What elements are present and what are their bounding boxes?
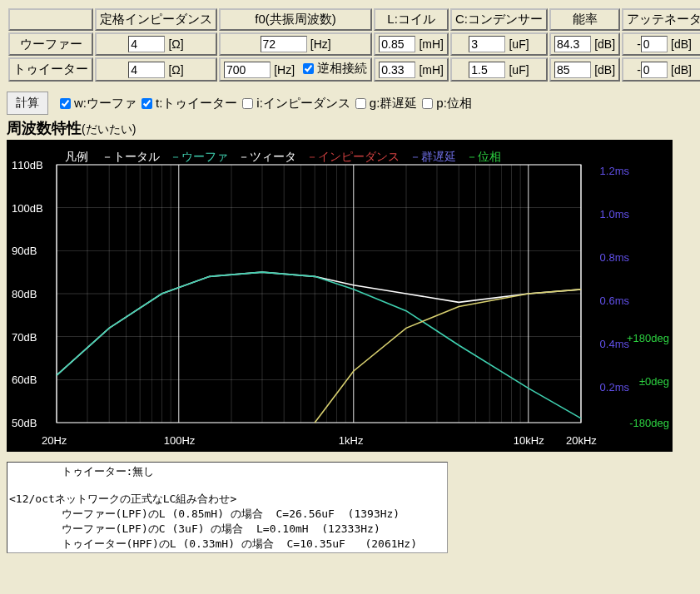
x-tick: 20Hz bbox=[42, 434, 67, 447]
legend-item: －インピーダンス bbox=[306, 150, 400, 163]
parameter-table: 定格インピーダンス f0(共振周波数) L:コイル C:コンデンサー 能率 アッ… bbox=[7, 7, 700, 83]
section-title: 周波数特性(だいたい) bbox=[7, 118, 693, 138]
y-left-tick: 80dB bbox=[12, 288, 37, 300]
coil-input[interactable] bbox=[379, 36, 415, 52]
efficiency-input[interactable] bbox=[554, 36, 591, 52]
section-title-sub: (だいたい) bbox=[82, 122, 136, 136]
check-g[interactable]: g:群遅延 bbox=[350, 96, 418, 111]
f0-input[interactable] bbox=[224, 62, 271, 78]
check-t-box[interactable] bbox=[141, 98, 152, 109]
header-coil: L:コイル bbox=[374, 8, 449, 31]
check-p-box[interactable] bbox=[422, 98, 433, 109]
efficiency-unit: [dB] bbox=[594, 63, 615, 77]
y-right-ms-tick: 1.2ms bbox=[600, 165, 629, 177]
section-title-main: 周波数特性 bbox=[7, 120, 82, 136]
row-name: トゥイーター bbox=[8, 57, 93, 82]
legend-item: －トータル bbox=[102, 150, 160, 163]
x-tick: 20kHz bbox=[566, 434, 597, 447]
y-right-ms-tick: 0.2ms bbox=[600, 381, 629, 394]
coil-input[interactable] bbox=[379, 62, 415, 78]
header-capacitor: C:コンデンサー bbox=[450, 8, 548, 31]
legend-label: 凡例 bbox=[65, 150, 88, 163]
check-w[interactable]: w:ウーファ bbox=[55, 96, 137, 111]
frequency-response-chart: 凡例 －トータル－ウーファ－ツィータ－インピーダンス－群遅延－位相 110dB1… bbox=[7, 140, 673, 452]
impedance-unit: [Ω] bbox=[168, 37, 183, 51]
coil-unit: [mH] bbox=[419, 63, 444, 77]
y-right-ms-tick: 0.4ms bbox=[600, 338, 629, 350]
header-f0: f0(共振周波数) bbox=[219, 8, 372, 31]
y-left-tick: 50dB bbox=[12, 417, 37, 429]
y-right-deg-tick: -180deg bbox=[629, 417, 669, 429]
capacitor-input[interactable] bbox=[469, 62, 505, 78]
legend-item: －ウーファ bbox=[170, 150, 228, 163]
check-w-box[interactable] bbox=[60, 98, 71, 109]
efficiency-input[interactable] bbox=[554, 62, 591, 78]
capacitor-unit: [uF] bbox=[509, 37, 529, 51]
atten-input[interactable] bbox=[641, 62, 668, 78]
impedance-input[interactable] bbox=[128, 62, 165, 78]
legend-item: －群遅延 bbox=[410, 150, 456, 163]
check-g-box[interactable] bbox=[355, 98, 366, 109]
capacitor-unit: [uF] bbox=[509, 63, 529, 77]
atten-unit: [dB] bbox=[671, 63, 692, 77]
x-tick: 10kHz bbox=[514, 434, 544, 447]
check-i[interactable]: i:インピーダンス bbox=[237, 96, 350, 111]
atten-unit: [dB] bbox=[671, 37, 692, 51]
check-i-box[interactable] bbox=[242, 98, 253, 109]
x-tick: 1kHz bbox=[339, 434, 364, 447]
reverse-phase-checkbox[interactable] bbox=[303, 63, 314, 74]
param-row-1: トゥイーター [Ω] [Hz] 逆相接続 [mH] [uF] [dB]- [dB… bbox=[8, 57, 700, 82]
f0-unit: [Hz] bbox=[310, 37, 331, 51]
y-right-deg-tick: +180deg bbox=[627, 332, 669, 344]
impedance-input[interactable] bbox=[128, 36, 165, 52]
y-left-tick: 70dB bbox=[12, 331, 37, 344]
header-blank bbox=[8, 8, 93, 31]
param-row-0: ウーファー [Ω] [Hz] [mH] [uF] [dB]- [dB] bbox=[8, 32, 700, 56]
header-attenuator: アッテネータ bbox=[622, 8, 700, 31]
header-row: 定格インピーダンス f0(共振周波数) L:コイル C:コンデンサー 能率 アッ… bbox=[8, 8, 700, 31]
f0-unit: [Hz] bbox=[274, 63, 295, 77]
controls-row: 計算 w:ウーファt:トゥイーターi:インピーダンスg:群遅延p:位相 bbox=[7, 92, 693, 115]
coil-unit: [mH] bbox=[419, 37, 444, 51]
y-left-tick: 100dB bbox=[12, 202, 43, 215]
atten-input[interactable] bbox=[641, 36, 668, 52]
y-right-deg-tick: ±0deg bbox=[639, 375, 669, 388]
header-efficiency: 能率 bbox=[549, 8, 620, 31]
y-left-tick: 60dB bbox=[12, 374, 37, 386]
x-tick: 100Hz bbox=[164, 434, 196, 447]
reverse-phase-label[interactable]: 逆相接続 bbox=[298, 61, 367, 77]
capacitor-input[interactable] bbox=[469, 36, 505, 52]
row-name: ウーファー bbox=[8, 32, 93, 56]
efficiency-unit: [dB] bbox=[594, 37, 615, 51]
check-t[interactable]: t:トゥイーター bbox=[137, 96, 237, 111]
calc-button[interactable]: 計算 bbox=[7, 92, 48, 115]
results-textarea[interactable] bbox=[7, 462, 448, 553]
header-impedance: 定格インピーダンス bbox=[95, 8, 217, 31]
legend-item: －ツィータ bbox=[238, 150, 296, 163]
impedance-unit: [Ω] bbox=[168, 63, 183, 77]
chart-legend: 凡例 －トータル－ウーファ－ツィータ－インピーダンス－群遅延－位相 bbox=[65, 150, 521, 165]
y-left-tick: 110dB bbox=[12, 159, 43, 171]
check-p[interactable]: p:位相 bbox=[417, 96, 472, 111]
y-right-ms-tick: 0.6ms bbox=[600, 295, 629, 307]
y-right-ms-tick: 0.8ms bbox=[600, 251, 629, 264]
f0-input[interactable] bbox=[261, 36, 307, 52]
y-left-tick: 90dB bbox=[12, 245, 37, 257]
y-right-ms-tick: 1.0ms bbox=[600, 208, 629, 220]
legend-item: －位相 bbox=[466, 150, 501, 163]
